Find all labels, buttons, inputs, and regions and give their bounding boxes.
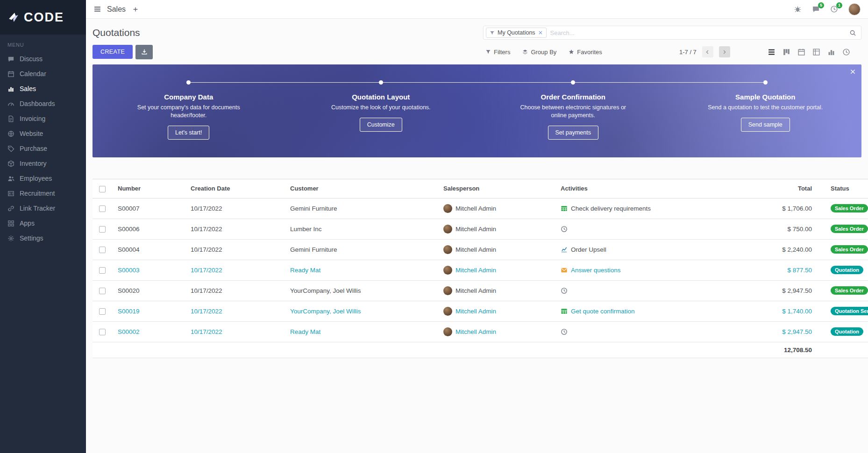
- cell-activity: [551, 321, 737, 342]
- table-row[interactable]: S00006 10/17/2022 Lumber Inc Mitchell Ad…: [92, 219, 868, 239]
- select-all-checkbox[interactable]: [99, 186, 106, 192]
- activity-chart-icon[interactable]: [561, 246, 568, 253]
- table-row[interactable]: S00007 10/17/2022 Gemini Furniture Mitch…: [92, 198, 868, 219]
- sidebar-item-label: Website: [20, 130, 43, 137]
- activity-spreadsheet-icon[interactable]: [561, 205, 568, 212]
- sidebar-item-employees[interactable]: Employees: [0, 171, 86, 186]
- header-salesperson[interactable]: Salesperson: [434, 179, 551, 198]
- set-payments-button[interactable]: Set payments: [548, 126, 598, 140]
- sidebar-item-discuss[interactable]: Discuss: [0, 51, 86, 66]
- header-number[interactable]: Number: [108, 179, 181, 198]
- user-avatar[interactable]: [848, 3, 861, 15]
- cell-salesperson: Mitchell Admin: [434, 260, 551, 280]
- activity-view-icon[interactable]: [842, 48, 850, 56]
- table-row[interactable]: S00002 10/17/2022 Ready Mat Mitchell Adm…: [92, 321, 868, 342]
- pager-previous-button[interactable]: [702, 46, 713, 57]
- cell-total: $ 2,240.00: [737, 239, 821, 260]
- debug-bug-icon[interactable]: [794, 5, 802, 13]
- sidebar-item-label: Recruitment: [20, 190, 55, 197]
- header-status[interactable]: Status: [821, 179, 868, 198]
- lets-start-button[interactable]: Let's start!: [168, 126, 209, 140]
- dashboards-icon: [7, 100, 14, 107]
- activities-clock-icon[interactable]: 1: [830, 5, 838, 13]
- sidebar-item-purchase[interactable]: Purchase: [0, 141, 86, 156]
- app-logo[interactable]: CODE: [0, 0, 86, 35]
- activity-envelope-icon[interactable]: [561, 267, 568, 274]
- table-row[interactable]: S00020 10/17/2022 YourCompany, Joel Will…: [92, 280, 868, 301]
- cell-activity: Answer questions: [551, 260, 737, 280]
- sidebar-item-invoicing[interactable]: Invoicing: [0, 111, 86, 126]
- filters-button[interactable]: Filters: [485, 49, 510, 56]
- header-activities[interactable]: Activities: [551, 179, 737, 198]
- schedule-activity-clock-icon[interactable]: [561, 328, 568, 335]
- pivot-view-icon[interactable]: [812, 48, 820, 56]
- favorites-button[interactable]: Favorites: [569, 49, 602, 56]
- row-checkbox[interactable]: [99, 308, 106, 315]
- cell-activity: [551, 280, 737, 301]
- sidebar-nav: Discuss Calendar Sales Dashboards Invoic…: [0, 51, 86, 246]
- table-row[interactable]: S00019 10/17/2022 YourCompany, Joel Will…: [92, 301, 868, 321]
- list-view-icon[interactable]: [768, 48, 776, 56]
- sidebar-item-sales[interactable]: Sales: [0, 81, 86, 96]
- header-customer[interactable]: Customer: [281, 179, 434, 198]
- schedule-activity-clock-icon[interactable]: [561, 226, 568, 233]
- inventory-icon: [7, 160, 14, 167]
- group-by-button[interactable]: Group By: [522, 49, 556, 56]
- status-badge: Sales Order: [831, 286, 868, 295]
- sidebar-item-link-tracker[interactable]: Link Tracker: [0, 201, 86, 216]
- pager-next-button[interactable]: [719, 46, 730, 57]
- messages-badge: 5: [818, 2, 824, 8]
- search-icon[interactable]: [849, 29, 856, 36]
- step-title: Sample Quotation: [669, 93, 862, 101]
- table-row[interactable]: S00004 10/17/2022 Gemini Furniture Mitch…: [92, 239, 868, 260]
- salesperson-avatar: [443, 286, 452, 295]
- cell-total: $ 750.00: [737, 219, 821, 239]
- gear-icon: [7, 235, 14, 242]
- create-button[interactable]: CREATE: [92, 45, 133, 59]
- messages-icon[interactable]: 5: [812, 5, 820, 13]
- step-description: Set your company's data for documents he…: [130, 104, 247, 120]
- current-app-name[interactable]: Sales: [107, 5, 126, 14]
- header-total[interactable]: Total: [737, 179, 821, 198]
- select-all-cell: [92, 179, 108, 198]
- row-checkbox[interactable]: [99, 288, 106, 294]
- sidebar-item-inventory[interactable]: Inventory: [0, 156, 86, 171]
- row-checkbox[interactable]: [99, 247, 106, 253]
- calendar-view-icon[interactable]: [797, 48, 805, 56]
- salesperson-name: Mitchell Admin: [455, 308, 496, 315]
- sidebar-item-apps[interactable]: Apps: [0, 216, 86, 231]
- add-tab-icon[interactable]: [132, 6, 139, 13]
- table-row[interactable]: S00003 10/17/2022 Ready Mat Mitchell Adm…: [92, 260, 868, 280]
- graph-view-icon[interactable]: [827, 48, 835, 56]
- salesperson-name: Mitchell Admin: [455, 267, 496, 274]
- facet-remove-icon[interactable]: [538, 30, 543, 35]
- export-button[interactable]: [135, 45, 153, 59]
- schedule-activity-clock-icon[interactable]: [561, 287, 568, 294]
- sidebar-item-dashboards[interactable]: Dashboards: [0, 96, 86, 111]
- sidebar-item-label: Employees: [20, 175, 52, 182]
- row-checkbox[interactable]: [99, 329, 106, 335]
- sidebar-item-calendar[interactable]: Calendar: [0, 66, 86, 81]
- row-checkbox[interactable]: [99, 226, 106, 233]
- search-facet-my-quotations[interactable]: My Quotations: [486, 28, 547, 38]
- search-input[interactable]: [550, 29, 849, 36]
- sidebar-item-label: Invoicing: [20, 115, 45, 122]
- sidebar-item-website[interactable]: Website: [0, 126, 86, 141]
- row-checkbox[interactable]: [99, 205, 106, 212]
- status-badge: Quotation Sent: [831, 307, 868, 315]
- search-bar[interactable]: My Quotations: [483, 26, 861, 40]
- activity-spreadsheet-icon[interactable]: [561, 308, 568, 315]
- cell-total: $ 877.50: [737, 260, 821, 280]
- sidebar-item-settings[interactable]: Settings: [0, 231, 86, 246]
- salesperson-name: Mitchell Admin: [455, 287, 496, 294]
- status-badge: Sales Order: [831, 204, 868, 212]
- kanban-view-icon[interactable]: [783, 48, 790, 56]
- send-sample-button[interactable]: Send sample: [741, 118, 790, 132]
- row-checkbox[interactable]: [99, 267, 106, 274]
- sidebar-item-recruitment[interactable]: Recruitment: [0, 186, 86, 201]
- header-creation-date[interactable]: Creation Date: [181, 179, 281, 198]
- cell-number: S00002: [108, 321, 181, 342]
- hamburger-menu-icon[interactable]: [93, 5, 101, 13]
- cell-creation-date: 10/17/2022: [181, 239, 281, 260]
- customize-button[interactable]: Customize: [360, 118, 402, 132]
